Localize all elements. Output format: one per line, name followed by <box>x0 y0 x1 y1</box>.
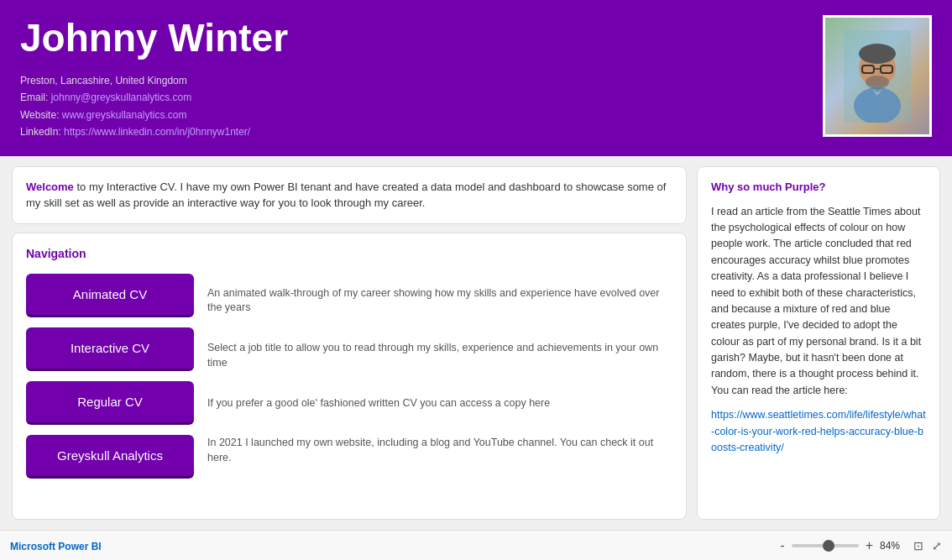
website-label: Website: <box>20 109 59 121</box>
website-link[interactable]: www.greyskullanalytics.com <box>62 109 187 121</box>
powerbi-link[interactable]: Microsoft Power BI <box>10 541 102 552</box>
zoom-percentage: 84% <box>880 540 907 552</box>
nav-buttons-column: Animated CV Interactive CV Regular CV Gr… <box>26 274 194 479</box>
header-location: Preston, Lancashire, United Kingdom <box>20 72 823 89</box>
footer-right: - + 84% ⊡ ⤢ <box>780 538 942 553</box>
email-link[interactable]: johnny@greyskullanalytics.com <box>51 92 192 103</box>
welcome-bold: Welcome <box>26 181 74 193</box>
sidebar-title: Why so much Purple? <box>711 179 926 196</box>
footer-icons: ⊡ ⤢ <box>913 539 942 552</box>
email-label: Email: <box>20 92 48 103</box>
interactive-cv-desc: Select a job title to allow you to read … <box>207 341 672 370</box>
navigation-title: Navigation <box>26 247 672 260</box>
navigation-inner: Animated CV Interactive CV Regular CV Gr… <box>26 274 672 479</box>
right-panel: Why so much Purple? I read an article fr… <box>697 166 940 520</box>
nav-descriptions-column: An animated walk-through of my career sh… <box>207 274 672 479</box>
linkedin-link[interactable]: https://www.linkedin.com/in/j0hnnyw1nter… <box>64 126 250 138</box>
header: Johnny Winter Preston, Lancashire, Unite… <box>0 0 952 156</box>
greyskull-analytics-desc: In 2021 I launched my own website, inclu… <box>207 436 672 465</box>
fullscreen-icon[interactable]: ⤢ <box>932 539 942 552</box>
svg-point-4 <box>866 76 889 89</box>
footer-left: Microsoft Power BI <box>10 538 102 553</box>
regular-cv-button[interactable]: Regular CV <box>26 381 194 425</box>
welcome-box: Welcome to my Interactive CV. I have my … <box>12 166 687 224</box>
header-linkedin-line: LinkedIn: https://www.linkedin.com/in/j0… <box>20 123 823 140</box>
linkedin-label: LinkedIn: <box>20 126 61 138</box>
header-left: Johnny Winter Preston, Lancashire, Unite… <box>20 15 823 141</box>
main-content: Welcome to my Interactive CV. I have my … <box>0 156 952 530</box>
greyskull-analytics-button[interactable]: Greyskull Analytics <box>26 435 194 479</box>
footer: Microsoft Power BI - + 84% ⊡ ⤢ <box>0 530 952 560</box>
header-name: Johnny Winter <box>20 15 823 60</box>
sidebar-article-link[interactable]: https://www.seattletimes.com/life/lifest… <box>711 409 926 453</box>
animated-cv-desc: An animated walk-through of my career sh… <box>207 286 672 316</box>
header-website-line: Website: www.greyskullanalytics.com <box>20 107 823 123</box>
svg-point-3 <box>859 44 896 64</box>
profile-photo <box>823 15 932 137</box>
left-panel: Welcome to my Interactive CV. I have my … <box>12 166 687 520</box>
regular-cv-desc: If you prefer a good ole' fashioned writ… <box>207 396 672 411</box>
sidebar-body: I read an article from the Seattle Times… <box>711 204 926 400</box>
zoom-thumb <box>823 540 834 552</box>
share-icon[interactable]: ⊡ <box>913 539 923 552</box>
zoom-slider[interactable] <box>792 544 859 547</box>
photo-placeholder <box>825 18 929 134</box>
zoom-in-button[interactable]: + <box>866 538 873 553</box>
interactive-cv-button[interactable]: Interactive CV <box>26 327 194 371</box>
header-contact: Preston, Lancashire, United Kingdom Emai… <box>20 72 823 141</box>
navigation-box: Navigation Animated CV Interactive CV Re… <box>12 233 687 520</box>
zoom-out-button[interactable]: - <box>780 538 784 553</box>
animated-cv-button[interactable]: Animated CV <box>26 274 194 317</box>
welcome-body: to my Interactive CV. I have my own Powe… <box>26 181 666 210</box>
person-silhouette <box>844 30 911 123</box>
header-email-line: Email: johnny@greyskullanalytics.com <box>20 89 823 106</box>
